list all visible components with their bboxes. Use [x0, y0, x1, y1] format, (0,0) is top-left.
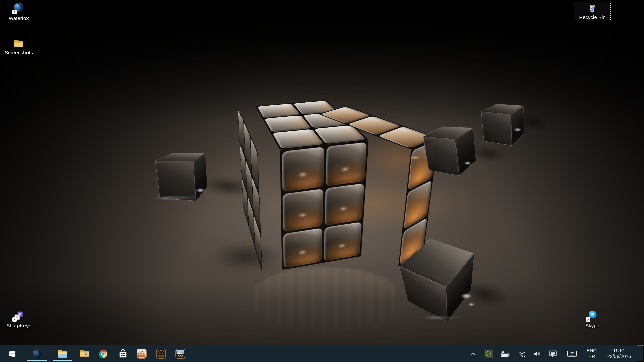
tray-wifi-button[interactable]: [516, 345, 528, 362]
show-desktop-button[interactable]: [637, 345, 644, 362]
recycle-bin-icon: [575, 3, 610, 13]
tray-battery-button[interactable]: [499, 345, 511, 362]
shortcut-arrow-icon: [586, 317, 590, 322]
svg-text:DOC: DOC: [178, 355, 183, 358]
chevron-up-icon: [471, 352, 476, 355]
volume-icon: [533, 350, 541, 357]
language-primary: ENG: [587, 348, 597, 354]
wallpaper: [0, 0, 644, 362]
taskbar-app-chrome[interactable]: [95, 345, 111, 362]
folder-download-icon: [79, 349, 90, 358]
battery-charging-icon: [500, 350, 510, 357]
start-button[interactable]: [4, 345, 20, 362]
language-indicator[interactable]: ENG HR: [582, 345, 601, 362]
skype-icon: S: [575, 309, 610, 321]
dandelion-photo-icon: [137, 349, 147, 359]
waterfox-icon: [32, 349, 42, 359]
windows-logo-icon: [8, 350, 16, 358]
chrome-icon: [98, 349, 108, 359]
desktop-icon-label: Recycle Bin: [575, 14, 610, 20]
svg-text:S: S: [591, 312, 594, 317]
taskbar-app-downloads-folder[interactable]: [76, 345, 93, 362]
file-explorer-icon: [57, 349, 68, 358]
desktop-icon-label: Waterfox: [1, 15, 37, 21]
touch-keyboard-icon: [567, 350, 577, 357]
taskbar-clock[interactable]: 16:51 22/08/2015: [602, 345, 637, 362]
tray-greenshot-button[interactable]: [483, 345, 495, 362]
tray-touch-keyboard-button[interactable]: [566, 345, 578, 362]
wallpaper-vignette: [0, 0, 644, 362]
speaker-driver-icon: [156, 349, 166, 359]
desktop-icon-recycle-bin[interactable]: Recycle Bin: [574, 2, 611, 21]
action-center-icon: [549, 350, 557, 358]
desktop-icon-skype[interactable]: S Skype: [574, 308, 611, 329]
taskbar: DOC: [0, 345, 644, 362]
running-indicator: [53, 360, 72, 361]
tray-action-center-button[interactable]: [547, 345, 559, 362]
doc-viewer-icon: DOC: [175, 349, 185, 359]
tray-volume-button[interactable]: [531, 345, 543, 362]
clock-date: 22/08/2015: [607, 354, 631, 359]
clock-time: 16:51: [613, 348, 625, 354]
windows-desktop: Waterfox Screenshots Recycle Bin: [0, 0, 644, 362]
language-secondary: HR: [588, 354, 595, 359]
taskbar-app-windows-store[interactable]: [115, 345, 131, 362]
taskbar-app-dandelion[interactable]: [133, 345, 150, 362]
desktop-icon-label: Skype: [575, 323, 610, 328]
wifi-icon: [518, 350, 526, 357]
taskbar-app-speaker[interactable]: [153, 345, 169, 362]
desktop-icon-label: Screenshots: [1, 50, 37, 55]
shortcut-arrow-icon: [12, 10, 17, 14]
taskbar-app-waterfox[interactable]: [29, 345, 45, 362]
desktop-icon-waterfox[interactable]: Waterfox: [0, 1, 37, 22]
running-indicator: [27, 360, 47, 361]
desktop-icon-sharpkeys[interactable]: SharpKeys: [0, 308, 37, 329]
waterfox-icon: [1, 2, 37, 14]
sharpkeys-icon: [1, 309, 37, 321]
windows-store-icon: [118, 349, 128, 359]
taskbar-app-doc-viewer[interactable]: DOC: [172, 345, 189, 362]
tray-expand-button[interactable]: [467, 345, 479, 362]
shortcut-arrow-icon: [12, 317, 17, 322]
taskbar-app-file-explorer[interactable]: [55, 345, 71, 362]
desktop-icon-label: SharpKeys: [1, 323, 37, 328]
desktop-icon-screenshots[interactable]: Screenshots: [0, 35, 37, 56]
folder-icon: [1, 36, 37, 48]
greenshot-icon: [484, 349, 493, 358]
